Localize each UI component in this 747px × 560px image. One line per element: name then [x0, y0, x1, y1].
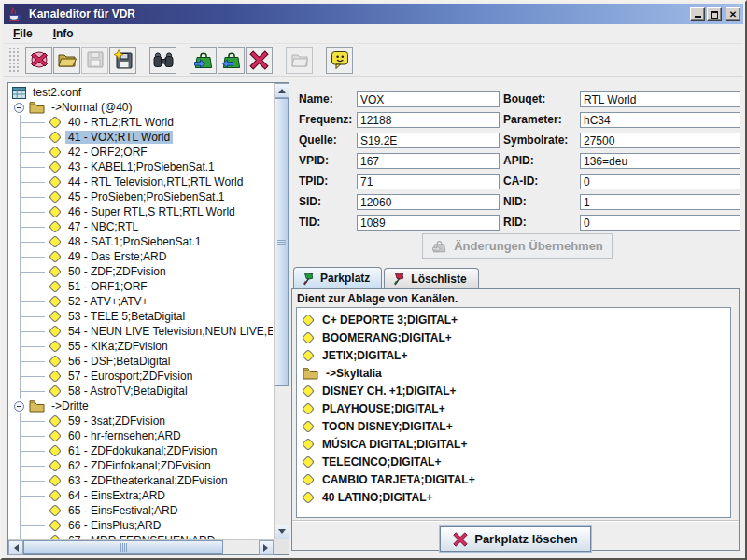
delete-parkplatz-button[interactable]: Parkplatz löschen — [440, 526, 591, 552]
find-icon — [153, 51, 174, 68]
tree-item-channel[interactable]: 54 - NEUN LIVE Television,NEUN LIVE;E — [21, 324, 273, 339]
parkplatz-channel-item[interactable]: TOON DISNEY;DIGITAL+ — [297, 417, 730, 435]
menu-info[interactable]: Info — [53, 27, 74, 40]
move-from-parkplatz-button[interactable] — [218, 47, 245, 74]
tree-item-channel[interactable]: 62 - ZDFinfokanal;ZDFvision — [21, 458, 273, 473]
minimize-button[interactable] — [690, 7, 705, 21]
tree-item-channel[interactable]: 60 - hr-fernsehen;ARD — [21, 428, 273, 443]
parkplatz-channel-item[interactable]: PLAYHOUSE;DIGITAL+ — [297, 399, 730, 417]
tree-folder-item[interactable]: ->Dritte — [10, 399, 273, 413]
tab-parkplatz[interactable]: Parkplatz — [293, 267, 382, 288]
nid-field[interactable] — [580, 194, 740, 210]
apply-changes-button[interactable]: Änderungen Übernehmen — [422, 233, 613, 259]
tree-item-channel[interactable]: 67 - MDR FERNSEHEN;ARD — [21, 533, 273, 539]
tree-scroll-down-button[interactable] — [275, 525, 289, 539]
parkplatz-item-label: TOON DISNEY;DIGITAL+ — [322, 420, 453, 433]
tree-channel-label: 52 - ATV+;ATV+ — [65, 295, 151, 308]
tree-root-item[interactable]: test2.conf — [10, 85, 273, 100]
channel-icon — [49, 325, 62, 338]
tree-scroll-up-button[interactable] — [275, 83, 289, 98]
name-field[interactable] — [357, 91, 500, 107]
collapse-handle-icon[interactable] — [14, 103, 24, 113]
close-button[interactable]: ✕ — [726, 7, 740, 21]
parkplatz-channel-item[interactable]: MÚSICA DIGITAL;DIGITAL+ — [297, 435, 730, 453]
tree-item-channel[interactable]: 47 - NBC;RTL — [21, 219, 273, 234]
tree-vscroll-track[interactable] — [275, 98, 289, 525]
tree-item-channel[interactable]: 46 - Super RTL,S RTL;RTL World — [21, 204, 273, 219]
tpid-field[interactable] — [357, 174, 500, 189]
tree-item-channel[interactable]: 40 - RTL2;RTL World — [21, 115, 273, 130]
tree-scroll-left-button[interactable] — [8, 540, 23, 555]
bouqet-field[interactable] — [580, 91, 740, 107]
apid-field[interactable] — [580, 153, 740, 169]
move-to-parkplatz-button[interactable] — [190, 47, 217, 74]
vpid-field[interactable] — [357, 153, 500, 169]
quelle-field[interactable] — [357, 133, 500, 148]
tree-connector — [21, 376, 45, 377]
tree-item-channel[interactable]: 57 - Eurosport;ZDFvision — [21, 369, 273, 384]
tree-item-channel[interactable]: 49 - Das Erste;ARD — [21, 249, 273, 264]
tree-item-channel[interactable]: 53 - TELE 5;BetaDigital — [21, 309, 273, 324]
symbolrate-field[interactable] — [580, 133, 740, 148]
tab-loeschliste-label: Löschliste — [411, 273, 466, 286]
rid-field[interactable] — [580, 215, 740, 231]
close-file-icon — [29, 50, 49, 69]
tree-item-channel[interactable]: 65 - EinsFestival;ARD — [21, 503, 273, 518]
nid-label: NID: — [503, 194, 576, 210]
tree-item-channel[interactable]: 44 - RTL Television,RTL;RTL World — [21, 175, 273, 189]
sid-field[interactable] — [357, 194, 500, 210]
find-button[interactable] — [149, 47, 176, 74]
ca-id-field[interactable] — [580, 174, 740, 189]
tree-item-channel[interactable]: 52 - ATV+;ATV+ — [21, 294, 273, 309]
parkplatz-channel-item[interactable]: TELECINCO;DIGITAL+ — [297, 453, 730, 470]
tree-item-channel[interactable]: 61 - ZDFdokukanal;ZDFvision — [21, 443, 273, 458]
tree-hscroll-track[interactable] — [23, 540, 259, 555]
tree-item-channel[interactable]: 48 - SAT.1;ProSiebenSat.1 — [21, 234, 273, 249]
parkplatz-channel-item[interactable]: DISNEY CH. +1;DIGITAL+ — [297, 382, 730, 399]
parkplatz-channel-item[interactable]: JETIX;DIGITAL+ — [297, 346, 730, 364]
close-file-button[interactable] — [25, 47, 52, 74]
minimize-icon — [695, 16, 701, 18]
tree-folder-item[interactable]: ->Normal (@40) — [10, 100, 273, 115]
tab-loeschliste[interactable]: Löschliste — [384, 268, 478, 288]
tree-item-channel[interactable]: 58 - AstroTV;BetaDigital — [21, 384, 273, 399]
parkplatz-channel-item[interactable]: C+ DEPORTE 3;DIGITAL+ — [297, 311, 730, 329]
new-folder-button[interactable] — [286, 47, 313, 74]
tree-item-channel[interactable]: 55 - KiKa;ZDFvision — [21, 339, 273, 354]
tree-item-channel[interactable]: 45 - ProSieben;ProSiebenSat.1 — [21, 189, 273, 204]
tree-item-channel[interactable]: 66 - EinsPlus;ARD — [21, 518, 273, 533]
tree-hscroll-thumb[interactable] — [23, 540, 223, 554]
open-file-button[interactable] — [53, 47, 80, 74]
toolbar-drag-handle[interactable] — [8, 47, 19, 73]
tree-item-channel[interactable]: 41 - VOX;RTL World — [21, 130, 273, 145]
save-button[interactable] — [81, 47, 108, 74]
tree-vertical-scrollbar[interactable] — [274, 83, 289, 539]
tree-item-channel[interactable]: 64 - EinsExtra;ARD — [21, 488, 273, 503]
maximize-button[interactable] — [707, 7, 722, 21]
parkplatz-channel-item[interactable]: CAMBIO TARJETA;DIGITAL+ — [297, 470, 730, 488]
parkplatz-channel-item[interactable]: 40 LATINO;DIGITAL+ — [297, 488, 730, 506]
menu-file[interactable]: File — [13, 27, 33, 40]
parkplatz-folder-item[interactable]: ->SkyItalia — [297, 364, 730, 382]
tree-scroll-right-button[interactable] — [259, 540, 274, 555]
tree-item-channel[interactable]: 51 - ORF1;ORF — [21, 279, 273, 294]
tree-vscroll-thumb[interactable] — [275, 98, 289, 386]
tree-item-channel[interactable]: 63 - ZDFtheaterkanal;ZDFvision — [21, 473, 273, 488]
parkplatz-channel-item[interactable]: BOOMERANG;DIGITAL+ — [297, 329, 730, 346]
tree-item-channel[interactable]: 50 - ZDF;ZDFvision — [21, 264, 273, 279]
tid-field[interactable] — [357, 215, 500, 231]
delete-channel-button[interactable] — [246, 47, 273, 74]
tree-item-channel[interactable]: 56 - DSF;BetaDigital — [21, 354, 273, 369]
save-as-button[interactable] — [109, 47, 136, 74]
parameter-field[interactable] — [580, 112, 740, 128]
frequenz-field[interactable] — [357, 112, 500, 128]
tree-horizontal-scrollbar[interactable] — [8, 539, 274, 554]
tree-item-channel[interactable]: 43 - KABEL1;ProSiebenSat.1 — [21, 160, 273, 175]
save-as-icon — [113, 49, 134, 70]
tree-item-channel[interactable]: 59 - 3sat;ZDFvision — [21, 413, 273, 428]
open-file-icon — [57, 51, 78, 68]
collapse-handle-icon[interactable] — [14, 401, 24, 412]
tip-button[interactable] — [326, 47, 353, 74]
channel-icon — [302, 401, 315, 414]
tree-item-channel[interactable]: 42 - ORF2;ORF — [21, 145, 273, 160]
